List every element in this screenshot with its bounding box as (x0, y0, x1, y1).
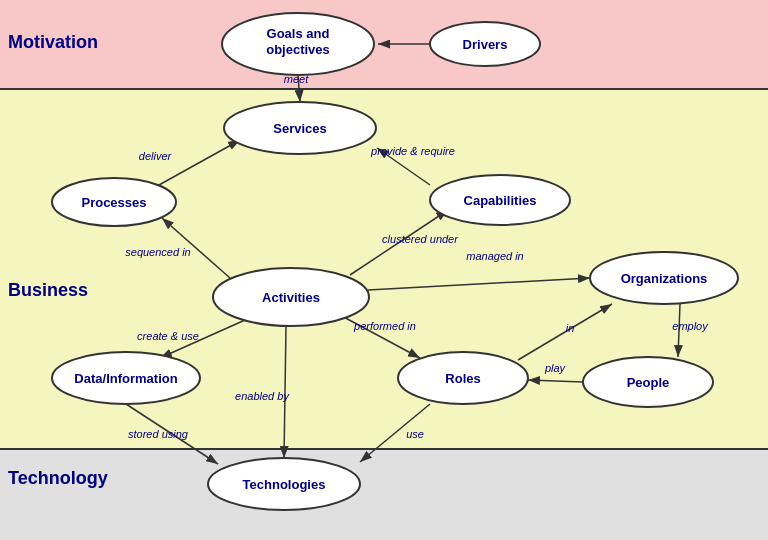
svg-text:use: use (406, 428, 424, 440)
svg-text:sequenced in: sequenced in (125, 246, 190, 258)
svg-line-4 (150, 140, 240, 190)
svg-line-13 (528, 380, 583, 382)
svg-text:Services: Services (273, 121, 327, 136)
diagram-container: Motivation Business Technology (0, 0, 768, 540)
svg-text:Activities: Activities (262, 290, 320, 305)
svg-text:clustered  under: clustered under (382, 233, 459, 245)
svg-line-8 (368, 278, 590, 290)
svg-text:Technologies: Technologies (243, 477, 326, 492)
svg-text:play: play (544, 362, 567, 374)
svg-text:meet: meet (284, 73, 309, 85)
svg-text:Data/Information: Data/Information (74, 371, 177, 386)
svg-text:Processes: Processes (81, 195, 146, 210)
svg-text:provide & require: provide & require (370, 145, 455, 157)
svg-text:in: in (566, 322, 575, 334)
svg-text:objectives: objectives (266, 42, 330, 57)
svg-text:Goals and: Goals and (267, 26, 330, 41)
svg-text:Capabilities: Capabilities (464, 193, 537, 208)
svg-text:Roles: Roles (445, 371, 480, 386)
svg-text:Drivers: Drivers (463, 37, 508, 52)
svg-text:deliver: deliver (139, 150, 173, 162)
svg-text:create & use: create & use (137, 330, 199, 342)
svg-text:employ: employ (672, 320, 709, 332)
svg-text:managed in: managed in (466, 250, 524, 262)
svg-text:enabled by: enabled by (235, 390, 290, 402)
svg-text:People: People (627, 375, 670, 390)
diagram-svg: Goals and objectives Drivers Services Pr… (0, 0, 768, 540)
svg-text:performed in: performed in (353, 320, 416, 332)
svg-text:stored using: stored using (128, 428, 189, 440)
svg-text:Organizations: Organizations (621, 271, 708, 286)
